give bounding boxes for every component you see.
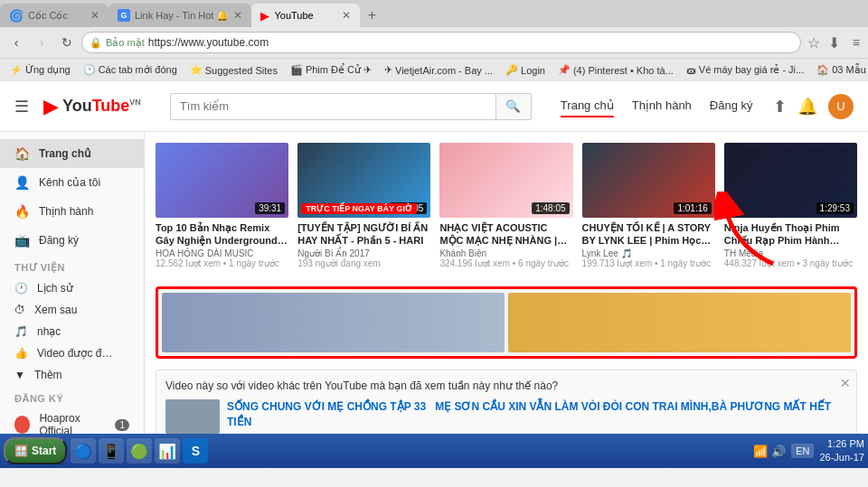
taskbar-right: 📶 🔊 EN 1:26 PM 26-Jun-17 (753, 437, 864, 465)
video-thumb-2: 1:48:05 TRỰC TIẾP NGAY BÂY GIỜ (297, 143, 430, 218)
language-indicator[interactable]: EN (791, 444, 814, 458)
video-meta-4: 199.713 lượt xem • 1 ngày trước (582, 258, 715, 268)
bookmark-nha-tre[interactable]: 🏠 03 Mẫu nhà tre giá tr... (812, 62, 868, 78)
sidebar-item-thinh-hanh[interactable]: 🔥 Thịnh hành (0, 197, 144, 226)
hamburger-icon[interactable]: ☰ (14, 97, 29, 117)
search-input[interactable] (170, 93, 495, 120)
bookmark-phim[interactable]: 🎬 Phim Để Cử ✈ (286, 62, 376, 78)
refresh-button[interactable]: ↻ (56, 32, 78, 53)
liked-icon: 👍 (14, 347, 28, 360)
tab-favicon: ▶ (260, 9, 269, 23)
taskbar-app-skype[interactable]: S (183, 438, 208, 464)
bookmark-pinterest[interactable]: 📌 (4) Pinterest • Kho tà... (553, 62, 678, 78)
sidebar-item-trang-chu[interactable]: 🏠 Trang chủ (0, 139, 144, 168)
taskbar-app-viber[interactable]: 📱 (99, 438, 124, 464)
address-box[interactable]: 🔒 Bảo mật https://www.youtube.com (81, 32, 801, 53)
nav-thinh-hanh[interactable]: Thịnh hành (632, 95, 692, 117)
video-title-2: [TUYỂN TẬP] NGƯỜI BÍ ẨN HAY NHẤT - Phần … (297, 221, 430, 248)
start-button[interactable]: 🪟 Start (4, 437, 67, 464)
youtube-page: ☰ ▶ YouTubeVN 🔍 Trang chủ Thịnh hành Đăn… (0, 81, 868, 434)
live-badge-2: TRỰC TIẾP NGAY BÂY GIỜ (301, 203, 417, 214)
user-avatar[interactable]: U (828, 94, 854, 119)
back-button[interactable]: ‹ (5, 32, 27, 53)
video-card-1[interactable]: 39:31 Top 10 Bản Nhạc Remix Gây Nghiện U… (156, 143, 288, 272)
rating-video-thumb (165, 399, 220, 434)
yt-logo[interactable]: ▶ YouTubeVN (43, 95, 141, 118)
sidebar-item-video-danh-dau[interactable]: 👍 Video được đánh dấu t... (0, 342, 144, 364)
nav-dang-ky[interactable]: Đăng ký (710, 95, 753, 117)
browser-window: 🌀 Cốc Cốc ✕ G Link Hay - Tin Hot 🔔 ✕ ▶ Y… (0, 0, 868, 468)
sidebar-item-them[interactable]: ▼ Thêm (0, 364, 144, 386)
taskbar-app-ie[interactable]: 🔵 (71, 438, 96, 464)
bookmark-vietjet[interactable]: ✈ VietjetAir.com - Bay ... (380, 62, 497, 78)
upload-icon[interactable]: ⬆ (773, 97, 787, 117)
taskbar-app-green[interactable]: 🟢 (127, 438, 152, 464)
forward-button[interactable]: › (31, 32, 52, 53)
taskbar-apps: 🔵 📱 🟢 📊 S (71, 438, 208, 464)
badge-hoaprox: 1 (115, 419, 129, 431)
sidebar-item-dang-ky[interactable]: 📺 Đăng ký (0, 226, 144, 255)
date-display: 26-Jun-17 (819, 451, 864, 464)
network-icon: 📶 (753, 445, 768, 458)
tab-close-icon[interactable]: ✕ (90, 9, 99, 22)
history-icon: 🕐 (14, 282, 28, 295)
bookmark-ve-may-bay[interactable]: 🎟 Vé máy bay giá rẻ - Ji... (682, 62, 808, 78)
video-card-4[interactable]: 1:01:16 CHUYỆN TỐI KỂ | A STORY BY LYNK … (582, 143, 715, 272)
key-icon: 🔑 (505, 64, 518, 76)
bookmark-login[interactable]: 🔑 Login (501, 62, 550, 78)
bookmark-icon[interactable]: ☆ (805, 34, 823, 52)
ticket-icon: 🎟 (686, 65, 696, 76)
video-thumb-1: 39:31 (156, 143, 288, 218)
close-button[interactable]: ✕ (840, 376, 851, 390)
tab-favicon: 🌀 (9, 9, 24, 23)
film-icon: 🎬 (290, 64, 303, 76)
volume-icon[interactable]: 🔊 (771, 445, 786, 458)
video-meta-1: 12.562 lượt xem • 1 ngày trước (156, 258, 288, 268)
menu-icon[interactable]: ≡ (850, 35, 863, 50)
yt-main: 39:31 Top 10 Bản Nhạc Remix Gây Nghiện U… (145, 132, 868, 434)
star-icon: ⭐ (190, 64, 203, 76)
tab-linkhay[interactable]: G Link Hay - Tin Hot 🔔 ✕ (108, 4, 251, 27)
tab-label: YouTube (274, 10, 337, 21)
bookmark-apps[interactable]: ⚡ Ứng dụng (5, 62, 75, 78)
sidebar-item-xem-sau[interactable]: ⏱ Xem sau (0, 299, 144, 321)
video-meta-3: 324.196 lượt xem • 6 ngày trước (439, 258, 572, 268)
new-tab-button[interactable]: + (360, 4, 383, 27)
yt-header: ☰ ▶ YouTubeVN 🔍 Trang chủ Thịnh hành Đăn… (0, 81, 868, 132)
apps-icon: ⚡ (10, 64, 23, 76)
video-card-2[interactable]: 1:48:05 TRỰC TIẾP NGAY BÂY GIỜ [TUYỂN TẬ… (297, 143, 430, 272)
sidebar-item-nhac[interactable]: 🎵 nhạc (0, 321, 144, 342)
search-button[interactable]: 🔍 (495, 93, 532, 120)
tab-close-icon[interactable]: ✕ (233, 9, 242, 22)
sidebar-item-kenh-cua-toi[interactable]: 👤 Kênh của tôi (0, 168, 144, 197)
video-thumb-3: 1:48:05 (439, 143, 572, 218)
nav-trang-chu[interactable]: Trang chủ (561, 95, 614, 117)
taskbar-app-excel[interactable]: 📊 (155, 438, 180, 464)
duration-1: 39:31 (255, 202, 285, 214)
red-arrow-icon (714, 192, 787, 273)
ad-right-image (508, 293, 851, 352)
bell-icon[interactable]: 🔔 (797, 97, 817, 117)
yt-body: 🏠 Trang chủ 👤 Kênh của tôi 🔥 Thịnh hành … (0, 132, 868, 434)
bookmark-suggested[interactable]: ⭐ Suggested Sites (185, 62, 282, 78)
tab-coccoc[interactable]: 🌀 Cốc Cốc ✕ (0, 4, 108, 27)
sidebar-section-dang-ky: ĐĂNG KÝ (0, 386, 144, 407)
download-icon[interactable]: ⬇ (826, 34, 843, 52)
sidebar-sub-hoaprox[interactable]: Hoaprox Official 1 (0, 407, 144, 434)
watch-later-icon: ⏱ (14, 304, 25, 316)
taskbar: 🪟 Start 🔵 📱 🟢 📊 S 📶 🔊 EN 1:26 PM 26-Jun-… (0, 434, 868, 468)
tab-close-icon[interactable]: ✕ (342, 9, 351, 22)
tab-youtube[interactable]: ▶ YouTube ✕ (251, 4, 360, 27)
rating-video-title: SỐNG CHUNG VỚI MẸ CHỒNG TẬP 33 MẸ SƠN CẦ… (227, 399, 847, 430)
video-meta-2: 193 người đang xem (297, 258, 430, 268)
sidebar-item-lich-su[interactable]: 🕐 Lịch sử (0, 277, 144, 299)
tab-label: Cốc Cốc (28, 10, 86, 22)
yt-logo-text: YouTubeVN (62, 97, 141, 116)
video-card-3[interactable]: 1:48:05 NHẠC VIỆT ACOUSTIC MỘC MẠC NHẸ N… (439, 143, 572, 272)
video-info-4: CHUYỆN TỐI KỂ | A STORY BY LYNK LEE | Ph… (582, 218, 715, 273)
channel-avatar (14, 416, 30, 434)
tab-favicon: G (118, 9, 130, 22)
ad-left-image (162, 293, 505, 352)
bookmark-recent-tabs[interactable]: 🕐 Các tab mới đóng (79, 62, 182, 78)
lock-icon: 🔒 (90, 37, 102, 49)
